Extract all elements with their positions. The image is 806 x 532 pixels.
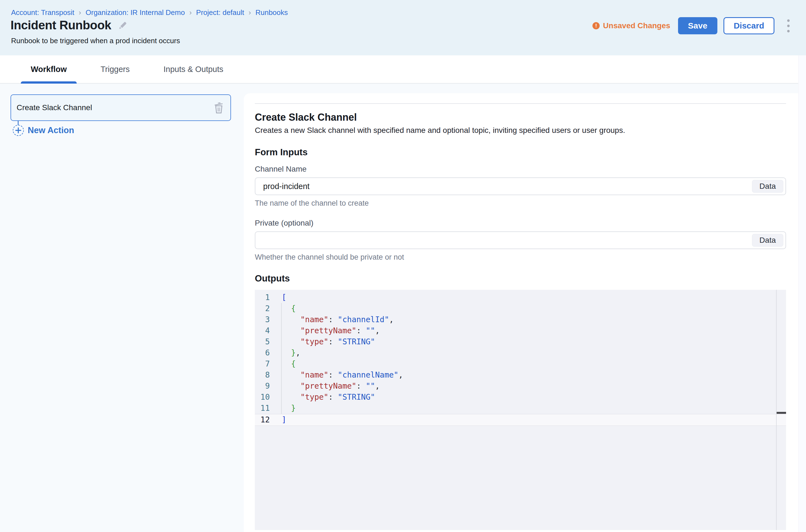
code-line-6[interactable]: 6 }, (255, 347, 786, 358)
code-line-9[interactable]: 9 "prettyName": "", (255, 381, 786, 392)
discard-button[interactable]: Discard (723, 17, 774, 34)
workflow-action-card[interactable]: Create Slack Channel (11, 94, 231, 121)
line-number: 1 (255, 292, 270, 303)
breadcrumb-separator: › (189, 8, 192, 17)
channel-name-label: Channel Name (255, 165, 786, 174)
code-line-5[interactable]: 5 "type": "STRING" (255, 336, 786, 347)
breadcrumb-organization[interactable]: Organization: IR Internal Demo (86, 8, 185, 17)
runbook-editor-page: Account: Transposit › Organization: IR I… (0, 0, 806, 532)
editor-scrollbar-gutter-line (776, 290, 777, 530)
action-detail-panel: Create Slack Channel Creates a new Slack… (244, 93, 806, 532)
line-number: 5 (255, 336, 270, 347)
code-content: { (282, 303, 296, 314)
line-number: 8 (255, 369, 270, 381)
outputs-code-editor[interactable]: 1[2 {3 "name": "channelId",4 "prettyName… (255, 290, 786, 530)
channel-name-data-button[interactable]: Data (752, 180, 783, 193)
line-number: 7 (255, 358, 270, 369)
line-number: 2 (255, 303, 270, 314)
active-tab-indicator (21, 81, 77, 83)
code-line-12[interactable]: 12] (255, 414, 786, 426)
code-line-3[interactable]: 3 "name": "channelId", (255, 314, 786, 325)
code-line-10[interactable]: 10 "type": "STRING" (255, 392, 786, 403)
private-input[interactable] (263, 236, 786, 245)
unsaved-changes-badge: ! Unsaved Changes (592, 21, 670, 30)
channel-name-helper: The name of the channel to create (255, 199, 786, 208)
unsaved-changes-label: Unsaved Changes (603, 21, 670, 30)
breadcrumb-project[interactable]: Project: default (196, 8, 244, 17)
breadcrumb-account[interactable]: Account: Transposit (11, 8, 74, 17)
code-line-7[interactable]: 7 { (255, 358, 786, 369)
action-card-label: Create Slack Channel (17, 103, 92, 112)
action-detail-description: Creates a new Slack channel with specifi… (255, 126, 786, 135)
channel-name-input-wrap: Data (255, 177, 786, 195)
channel-name-input[interactable] (263, 182, 786, 191)
code-content: "type": "STRING" (282, 336, 375, 347)
code-line-11[interactable]: 11 } (255, 403, 786, 414)
breadcrumb: Account: Transposit › Organization: IR I… (11, 8, 288, 17)
code-content: "prettyName": "", (282, 381, 380, 392)
line-number: 12 (255, 414, 270, 425)
code-content: "name": "channelName", (282, 369, 403, 381)
line-number: 9 (255, 381, 270, 392)
code-content: [ (282, 292, 287, 303)
line-number: 3 (255, 314, 270, 325)
private-helper: Whether the channel should be private or… (255, 253, 786, 262)
new-action-button[interactable]: New Action (13, 125, 74, 136)
code-content: }, (282, 347, 300, 358)
code-content: } (282, 403, 296, 414)
tab-triggers-label: Triggers (100, 65, 130, 74)
code-content: "prettyName": "", (282, 325, 380, 336)
kebab-menu-icon[interactable] (783, 17, 794, 34)
action-detail-title: Create Slack Channel (255, 112, 786, 123)
form-inputs-heading: Form Inputs (255, 147, 786, 157)
editor-scrollbar-thumb[interactable] (777, 412, 786, 414)
private-data-button[interactable]: Data (752, 234, 783, 247)
edit-title-pencil-icon[interactable] (118, 20, 128, 30)
new-action-label: New Action (28, 126, 74, 135)
breadcrumb-separator: › (79, 8, 81, 17)
code-content: "type": "STRING" (282, 392, 375, 403)
breadcrumb-runbooks[interactable]: Runbooks (255, 8, 288, 17)
line-number: 6 (255, 347, 270, 358)
alert-circle-icon: ! (592, 22, 600, 29)
page-title: Incident Runbook (11, 18, 111, 32)
line-number: 10 (255, 392, 270, 403)
breadcrumb-separator: › (249, 8, 251, 17)
code-line-4[interactable]: 4 "prettyName": "", (255, 325, 786, 336)
page-header: Account: Transposit › Organization: IR I… (0, 0, 806, 55)
top-divider (255, 103, 786, 104)
outputs-heading: Outputs (255, 273, 786, 284)
page-scrollbar-gutter (798, 55, 806, 532)
workflow-connector-line (18, 121, 19, 125)
delete-action-trash-icon[interactable] (213, 101, 224, 114)
tab-inputs-outputs[interactable]: Inputs & Outputs (153, 55, 233, 83)
tab-workflow-label: Workflow (31, 65, 67, 74)
private-label: Private (optional) (255, 218, 786, 228)
code-line-8[interactable]: 8 "name": "channelName", (255, 369, 786, 381)
tab-triggers[interactable]: Triggers (91, 55, 140, 83)
private-input-wrap: Data (255, 231, 786, 249)
code-line-2[interactable]: 2 { (255, 303, 786, 314)
code-line-1[interactable]: 1[ (255, 292, 786, 303)
tab-bar: Workflow Triggers Inputs & Outputs (0, 55, 806, 83)
save-button[interactable]: Save (678, 17, 717, 34)
tab-inputs-outputs-label: Inputs & Outputs (163, 65, 223, 74)
code-content: { (282, 358, 296, 369)
line-number: 4 (255, 325, 270, 336)
tab-workflow[interactable]: Workflow (21, 55, 77, 83)
runbook-description: Runbook to be triggered when a prod inci… (11, 37, 180, 45)
code-content: ] (282, 414, 287, 425)
code-content: "name": "channelId", (282, 314, 394, 325)
line-number: 11 (255, 403, 270, 414)
plus-circle-icon (13, 125, 24, 136)
